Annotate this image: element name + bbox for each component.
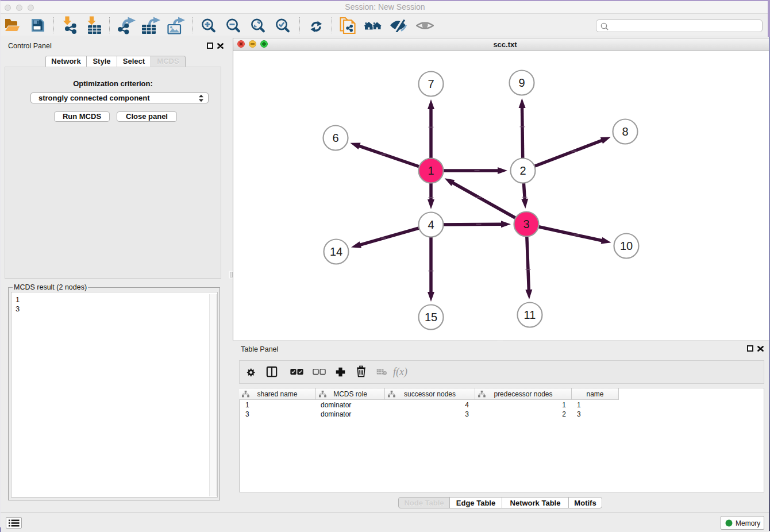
svg-text:15: 15 bbox=[425, 311, 437, 323]
svg-text:2: 2 bbox=[519, 164, 526, 177]
svg-text:11: 11 bbox=[524, 309, 536, 321]
svg-text:10: 10 bbox=[620, 240, 633, 252]
svg-text:4: 4 bbox=[428, 218, 434, 231]
svg-text:9: 9 bbox=[518, 76, 525, 89]
svg-text:7: 7 bbox=[428, 78, 434, 90]
svg-text:1: 1 bbox=[428, 164, 434, 177]
svg-text:3: 3 bbox=[523, 218, 529, 230]
svg-text:8: 8 bbox=[622, 125, 628, 138]
svg-text:6: 6 bbox=[332, 132, 338, 144]
svg-text:14: 14 bbox=[330, 245, 342, 258]
